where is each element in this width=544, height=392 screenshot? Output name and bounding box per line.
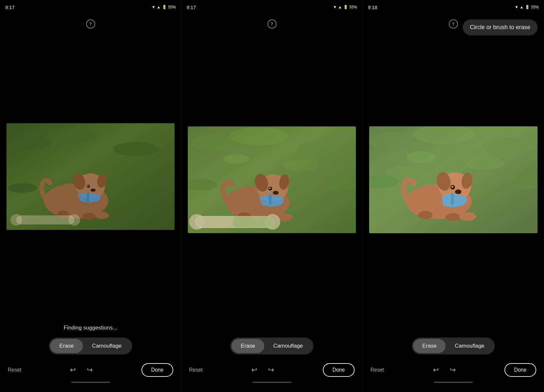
help-area-1: ?	[0, 14, 181, 34]
battery-icon-3: 🔋	[525, 5, 530, 9]
dog-photo-1[interactable]	[6, 123, 175, 230]
svg-rect-13	[87, 193, 89, 202]
signal-icon-2: ▲	[338, 5, 342, 9]
reset-button-2[interactable]: Reset	[189, 367, 203, 373]
status-bar-2: 9:17 ▼ ▲ 🔋 55%	[181, 0, 362, 14]
svg-point-34	[269, 187, 271, 189]
svg-point-10	[91, 189, 96, 192]
action-icons-1: ↩ ↪	[66, 363, 96, 376]
svg-point-15	[83, 213, 96, 220]
action-icons-3: ↩ ↪	[429, 363, 459, 376]
status-icons-3: ▼ ▲ 🔋 55%	[515, 5, 539, 9]
erase-tab-1[interactable]: Erase	[50, 339, 83, 353]
camouflage-tab-1[interactable]: Camouflage	[83, 339, 131, 353]
status-time-1: 9:17	[5, 5, 15, 10]
svg-point-52	[385, 167, 418, 177]
home-indicator-2	[181, 379, 362, 386]
help-area-2: ?	[181, 14, 362, 34]
reset-button-1[interactable]: Reset	[8, 367, 21, 373]
svg-point-22	[230, 127, 288, 145]
battery-percent-3: 55%	[531, 5, 539, 9]
panel-2: 9:17 ▼ ▲ 🔋 55% ?	[181, 0, 363, 392]
svg-point-59	[451, 186, 453, 188]
signal-icon-3: ▲	[520, 5, 524, 9]
redo-button-1[interactable]: ↪	[83, 363, 96, 376]
undo-button-2[interactable]: ↩	[248, 363, 261, 376]
svg-point-27	[283, 159, 319, 171]
dog-photo-2[interactable]	[188, 126, 356, 233]
photo-frame-2	[188, 126, 356, 233]
home-indicator-1	[0, 379, 181, 386]
tab-buttons-2: Erase Camouflage	[230, 338, 313, 354]
battery-percent-1: 55%	[168, 5, 176, 9]
wifi-icon-2: ▼	[333, 5, 337, 9]
panel-1: 9:17 ▼ ▲ 🔋 55% ?	[0, 0, 181, 392]
status-icons-2: ▼ ▲ 🔋 55%	[333, 5, 357, 9]
help-area-3: ? Circle or brush to erase	[363, 14, 544, 34]
image-area-3	[363, 34, 544, 326]
action-bar-3: Reset ↩ ↪ Done	[363, 361, 544, 379]
svg-point-47	[481, 137, 536, 155]
status-time-2: 9:17	[187, 5, 196, 10]
wifi-icon-3: ▼	[515, 5, 518, 9]
svg-point-51	[466, 157, 505, 170]
svg-point-45	[369, 132, 416, 150]
svg-point-3	[113, 142, 158, 156]
home-bar-1	[71, 382, 110, 383]
dog-photo-3[interactable]	[369, 126, 538, 233]
done-button-2[interactable]: Done	[323, 363, 355, 377]
reset-button-3[interactable]: Reset	[370, 367, 384, 373]
action-bar-1: Reset ↩ ↪ Done	[0, 361, 181, 379]
signal-icon-1: ▲	[157, 5, 161, 9]
home-bar-3	[434, 382, 473, 383]
svg-point-18	[10, 214, 22, 226]
svg-point-23	[298, 141, 349, 157]
battery-percent-2: 55%	[349, 5, 357, 9]
undo-button-1[interactable]: ↩	[66, 363, 79, 376]
status-bar-3: 9:18 ▼ ▲ 🔋 55%	[363, 0, 544, 14]
svg-rect-43	[233, 216, 274, 228]
bottom-section-2: Erase Camouflage Reset ↩ ↪ Done	[181, 326, 362, 392]
done-button-1[interactable]: Done	[142, 363, 173, 377]
camouflage-tab-3[interactable]: Camouflage	[446, 339, 493, 353]
camouflage-tab-2[interactable]: Camouflage	[264, 339, 312, 353]
redo-button-2[interactable]: ↪	[265, 363, 278, 376]
battery-icon-2: 🔋	[343, 5, 348, 9]
svg-rect-60	[451, 193, 454, 205]
svg-rect-17	[16, 215, 74, 225]
status-time-3: 9:18	[368, 5, 377, 10]
svg-point-26	[223, 154, 249, 164]
redo-button-3[interactable]: ↪	[446, 363, 459, 376]
svg-point-19	[69, 214, 80, 226]
home-indicator-3	[363, 379, 544, 386]
status-bar-1: 9:17 ▼ ▲ 🔋 55%	[0, 0, 181, 14]
action-icons-2: ↩ ↪	[248, 363, 278, 376]
panel-3: 9:18 ▼ ▲ 🔋 55% ? Circle or brush to eras…	[363, 0, 544, 392]
photo-frame-1	[6, 123, 175, 230]
status-icons-1: ▼ ▲ 🔋 55%	[152, 5, 176, 9]
home-bar-2	[253, 382, 291, 383]
app-container: 9:17 ▼ ▲ 🔋 55% ?	[0, 0, 544, 392]
svg-point-2	[45, 128, 97, 144]
svg-point-63	[459, 212, 476, 221]
svg-point-21	[191, 134, 236, 151]
help-icon-1[interactable]: ?	[86, 19, 95, 29]
done-button-3[interactable]: Done	[504, 363, 536, 377]
undo-button-3[interactable]: ↩	[429, 363, 442, 376]
photo-frame-3	[369, 126, 538, 233]
svg-point-32	[273, 191, 278, 195]
svg-point-4	[137, 176, 173, 187]
erase-tab-3[interactable]: Erase	[413, 339, 446, 353]
svg-point-1	[13, 136, 52, 149]
image-area-1	[0, 34, 181, 319]
image-area-2	[181, 34, 362, 326]
help-icon-2[interactable]: ?	[267, 19, 277, 29]
svg-point-16	[95, 212, 109, 219]
erase-tab-2[interactable]: Erase	[232, 339, 264, 353]
help-icon-3[interactable]: ?	[449, 19, 458, 29]
svg-point-57	[455, 190, 461, 194]
bottom-section-3: Erase Camouflage Reset ↩ ↪ Done	[363, 326, 544, 392]
action-bar-2: Reset ↩ ↪ Done	[181, 361, 362, 379]
wifi-icon-1: ▼	[152, 5, 155, 9]
svg-point-61	[418, 211, 433, 219]
